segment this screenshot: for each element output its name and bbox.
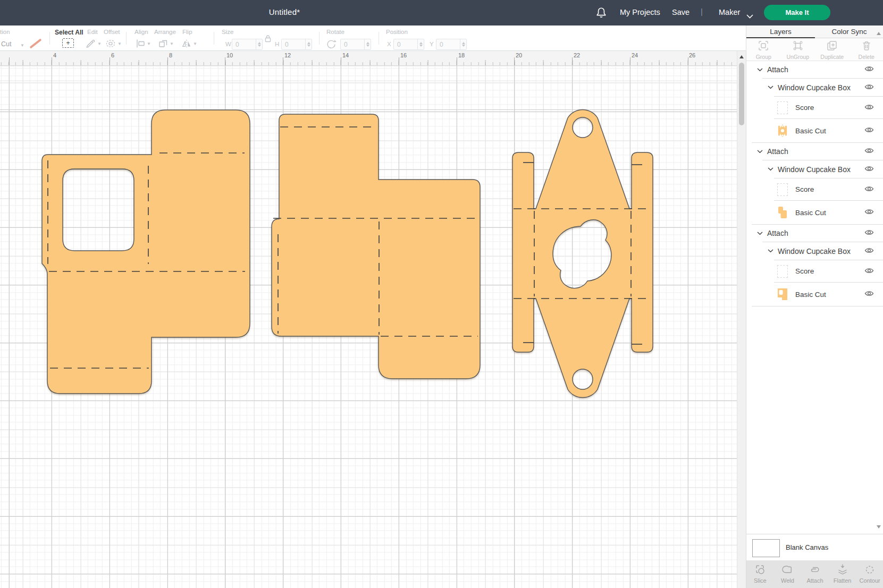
ungroup-button[interactable]: UnGroup xyxy=(781,38,815,61)
visibility-eye-icon[interactable] xyxy=(864,83,874,92)
chevron-down-icon: ▼ xyxy=(147,41,151,46)
list-scroll-down-icon[interactable] xyxy=(877,525,881,529)
offset-icon[interactable] xyxy=(105,38,116,51)
offset-label[interactable]: Offset xyxy=(104,29,120,35)
x-label: X xyxy=(387,41,391,47)
position-label: Position xyxy=(386,29,408,35)
delete-button[interactable]: Delete xyxy=(850,38,883,61)
blank-canvas-label: Blank Canvas xyxy=(786,543,828,551)
layer-group-name[interactable]: Window Cupcake Box xyxy=(746,79,883,96)
score-thumbnail xyxy=(777,183,788,196)
align-icon[interactable] xyxy=(136,38,146,51)
select-all-label[interactable]: Select All xyxy=(55,29,83,36)
arrange-icon[interactable] xyxy=(158,38,169,51)
tab-color-sync[interactable]: Color Sync xyxy=(815,25,883,38)
divider xyxy=(379,32,379,45)
layer-basic-cut[interactable]: Basic Cut xyxy=(746,283,883,306)
layer-group-attach[interactable]: Attach xyxy=(746,143,883,160)
flip-label[interactable]: Flip xyxy=(182,29,192,35)
chevron-down-icon: ▼ xyxy=(170,41,174,46)
y-input[interactable]: 0 xyxy=(436,39,467,50)
edit-label[interactable]: Edit xyxy=(87,29,98,35)
height-label: H xyxy=(275,41,279,47)
blank-canvas-row: Blank Canvas xyxy=(746,534,883,560)
visibility-eye-icon[interactable] xyxy=(864,104,874,112)
size-label: Size xyxy=(222,29,233,35)
visibility-eye-icon[interactable] xyxy=(864,126,874,135)
horizontal-ruler: 4 6 8 10 12 14 16 18 20 22 24 26 xyxy=(0,51,737,66)
layer-group-name[interactable]: Window Cupcake Box xyxy=(746,160,883,178)
chevron-down-icon xyxy=(757,68,763,72)
notifications-bell-icon[interactable] xyxy=(595,6,607,19)
canvas-scrollbar[interactable] xyxy=(737,51,746,588)
lock-icon[interactable] xyxy=(264,34,272,45)
divider xyxy=(319,32,319,45)
contour-button[interactable]: Contour xyxy=(856,560,883,588)
chevron-down-icon: ▼ xyxy=(20,43,24,48)
app-header: Untitled* My Projects Save | Maker Make … xyxy=(0,0,883,25)
rotate-input[interactable]: 0 xyxy=(340,39,371,50)
layer-basic-cut[interactable]: Basic Cut xyxy=(746,201,883,224)
operation-select[interactable]: Cut xyxy=(1,40,11,48)
arrange-label[interactable]: Arrange xyxy=(154,29,176,35)
align-label[interactable]: Align xyxy=(134,29,148,35)
slice-button[interactable]: Slice xyxy=(746,560,774,588)
select-all-icon[interactable]: + xyxy=(62,38,74,48)
machine-select[interactable]: Maker xyxy=(719,8,740,16)
width-input[interactable]: 0 xyxy=(232,39,263,50)
visibility-eye-icon[interactable] xyxy=(864,247,874,255)
visibility-eye-icon[interactable] xyxy=(864,165,874,174)
scrollbar-thumb[interactable] xyxy=(739,63,744,125)
layer-actions: Group UnGroup Duplicate Delete xyxy=(746,38,883,61)
panel-tabs: Layers Color Sync xyxy=(746,25,883,38)
layer-score[interactable]: Score xyxy=(746,260,883,282)
visibility-eye-icon[interactable] xyxy=(864,290,874,299)
weld-button[interactable]: Weld xyxy=(774,560,802,588)
visibility-eye-icon[interactable] xyxy=(864,185,874,194)
combine-toolbar: Slice Weld Attach Flatten Contour xyxy=(746,560,883,588)
layer-score[interactable]: Score xyxy=(746,178,883,200)
blank-canvas-swatch[interactable] xyxy=(752,539,780,557)
nav-my-projects[interactable]: My Projects xyxy=(620,8,660,16)
visibility-eye-icon[interactable] xyxy=(864,229,874,237)
layer-basic-cut[interactable]: Basic Cut xyxy=(746,119,883,142)
operation-label-partial: tion xyxy=(0,29,10,35)
visibility-eye-icon[interactable] xyxy=(864,267,874,276)
scroll-up-arrow-icon[interactable] xyxy=(739,55,744,58)
list-scroll-up-icon[interactable] xyxy=(877,32,881,35)
document-title[interactable]: Untitled* xyxy=(269,7,300,16)
duplicate-button[interactable]: Duplicate xyxy=(815,38,850,61)
flip-icon[interactable] xyxy=(181,38,192,51)
basic-cut-thumbnail xyxy=(777,287,788,301)
linetype-color-swatch[interactable] xyxy=(29,38,41,49)
basic-cut-thumbnail xyxy=(777,206,788,219)
tab-layers[interactable]: Layers xyxy=(746,25,815,38)
chevron-down-icon: ▼ xyxy=(117,41,122,46)
height-input[interactable]: 0 xyxy=(281,39,312,50)
chevron-down-icon xyxy=(768,167,773,171)
chevron-down-icon xyxy=(757,150,763,154)
flatten-button[interactable]: Flatten xyxy=(829,560,856,588)
y-label: Y xyxy=(430,41,434,47)
x-input[interactable]: 0 xyxy=(393,39,424,50)
make-it-button[interactable]: Make It xyxy=(764,5,830,20)
visibility-eye-icon[interactable] xyxy=(864,65,874,74)
rotate-label: Rotate xyxy=(326,29,344,35)
nav-save[interactable]: Save xyxy=(672,8,689,16)
visibility-eye-icon[interactable] xyxy=(864,147,874,156)
layer-score[interactable]: Score xyxy=(746,97,883,118)
edit-pencil-icon[interactable] xyxy=(85,38,96,51)
attach-button[interactable]: Attach xyxy=(801,560,829,588)
layers-list: Attach Window Cupcake Box Score Basic Cu… xyxy=(746,61,883,534)
rotate-icon[interactable] xyxy=(326,39,337,52)
visibility-eye-icon[interactable] xyxy=(864,208,874,217)
layer-group-attach[interactable]: Attach xyxy=(746,225,883,242)
nav-separator: | xyxy=(701,7,703,16)
layer-group-attach[interactable]: Attach xyxy=(746,61,883,78)
edit-toolbar: tion Cut ▼ Select All + Edit ▼ Offset ▼ … xyxy=(0,25,746,51)
score-thumbnail xyxy=(777,101,788,114)
chevron-down-icon: ▼ xyxy=(193,41,197,46)
layer-group-name[interactable]: Window Cupcake Box xyxy=(746,242,883,260)
group-button[interactable]: Group xyxy=(746,38,781,61)
basic-cut-thumbnail xyxy=(777,124,788,138)
